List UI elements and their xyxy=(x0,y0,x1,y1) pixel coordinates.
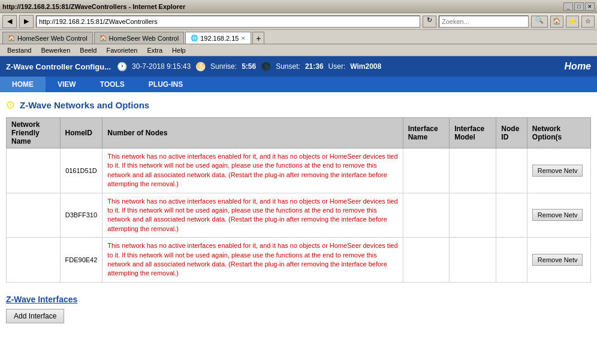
col-node-id: Node ID xyxy=(496,118,527,148)
row2-homeid: D3BFF310 xyxy=(60,193,102,238)
row2-actions: Remove Netv xyxy=(527,193,590,238)
new-tab-button[interactable]: + xyxy=(252,32,264,44)
nav-tools[interactable]: TOOLS xyxy=(88,77,137,92)
row3-interface-model xyxy=(450,238,496,283)
row2-warning: This network has no active interfaces en… xyxy=(102,193,403,238)
col-friendly-name: Network Friendly Name xyxy=(7,118,61,148)
menu-extra[interactable]: Extra xyxy=(142,46,167,54)
networks-section-title: Z-Wave Networks and Options xyxy=(20,100,149,110)
table-row: 0161D51D This network has no active inte… xyxy=(7,148,591,193)
tab3-label: 192.168.2.15 xyxy=(200,35,239,42)
row2-friendly-name xyxy=(7,193,61,238)
refresh-button[interactable]: ↻ xyxy=(423,16,436,28)
table-row: D3BFF310 This network has no active inte… xyxy=(7,193,591,238)
menu-help[interactable]: Help xyxy=(167,46,191,54)
nav-home[interactable]: HOME xyxy=(0,77,46,92)
menu-bar: Bestand Bewerken Beeld Favorieten Extra … xyxy=(0,44,597,56)
search-input[interactable] xyxy=(439,16,529,28)
clock-icon: 🕐 xyxy=(117,62,127,71)
menu-beeld[interactable]: Beeld xyxy=(75,46,101,54)
sunset-time: 21:36 xyxy=(305,62,324,71)
tab-1[interactable]: 🏠 HomeSeer Web Control xyxy=(2,32,93,44)
address-bar[interactable] xyxy=(36,16,420,28)
browser-title-text: http://192.168.2.15:81/ZWaveControllers … xyxy=(2,3,185,10)
app-header: Z-Wave Controller Configu... 🕐 30-7-2018… xyxy=(0,56,597,77)
forward-button[interactable]: ▶ xyxy=(19,15,34,28)
add-favorite-button[interactable]: ☆ xyxy=(581,16,595,28)
row2-node-id xyxy=(496,193,527,238)
sunrise-label: Sunrise: xyxy=(210,62,237,71)
row2-interface-model xyxy=(450,193,496,238)
menu-bestand[interactable]: Bestand xyxy=(2,46,36,54)
row3-node-id xyxy=(496,238,527,283)
app-title: Z-Wave Controller Configu... xyxy=(6,62,111,71)
tab3-favicon: 🌐 xyxy=(191,35,198,41)
nav-plugins[interactable]: PLUG-INS xyxy=(137,77,195,92)
nav-view[interactable]: VIEW xyxy=(46,77,88,92)
sunset-label: Sunset: xyxy=(276,62,300,71)
search-button[interactable]: 🔍 xyxy=(531,16,548,28)
col-interface-name: Interface Name xyxy=(403,118,450,148)
app-logo: Home xyxy=(565,61,591,72)
tab2-favicon: 🏠 xyxy=(100,35,107,41)
interfaces-section-title: Z-Wave Interfaces xyxy=(6,295,591,304)
page-content: ⊙ Z-Wave Networks and Options Network Fr… xyxy=(0,92,597,329)
tab-3[interactable]: 🌐 192.168.2.15 ✕ xyxy=(185,32,251,44)
minimize-button[interactable]: _ xyxy=(563,2,573,11)
tabs-bar: 🏠 HomeSeer Web Control 🏠 HomeSeer Web Co… xyxy=(0,30,597,44)
sunrise-time: 5:56 xyxy=(242,62,256,71)
col-interface-model: Interface Model xyxy=(450,118,496,148)
row1-warning: This network has no active interfaces en… xyxy=(102,148,403,193)
tab1-label: HomeSeer Web Control xyxy=(17,35,88,42)
username: Wim2008 xyxy=(350,62,381,71)
row1-interface-model xyxy=(450,148,496,193)
row3-interface-name xyxy=(403,238,450,283)
menu-bewerken[interactable]: Bewerken xyxy=(36,46,75,54)
tab1-favicon: 🏠 xyxy=(8,35,15,41)
close-button[interactable]: ✕ xyxy=(585,2,595,11)
browser-toolbar: ◀ ▶ ↻ 🔍 🏠 ⭐ ☆ xyxy=(0,13,597,30)
row1-homeid: 0161D51D xyxy=(60,148,102,193)
moon-icon: 🌑 xyxy=(261,62,271,71)
col-network-options: Network Option(s xyxy=(527,118,590,148)
table-row: FDE90E42 This network has no active inte… xyxy=(7,238,591,283)
header-info: 🕐 30-7-2018 9:15:43 🌕 Sunrise: 5:56 🌑 Su… xyxy=(117,62,381,71)
remove-network-1-button[interactable]: Remove Netv xyxy=(532,165,583,177)
row3-warning: This network has no active interfaces en… xyxy=(102,238,403,283)
tab2-label: HomeSeer Web Control xyxy=(109,35,179,42)
remove-network-2-button[interactable]: Remove Netv xyxy=(532,209,583,221)
favorites-button[interactable]: ⭐ xyxy=(566,16,579,28)
networks-section-header: ⊙ Z-Wave Networks and Options xyxy=(6,98,591,111)
maximize-button[interactable]: □ xyxy=(574,2,584,11)
menu-favorieten[interactable]: Favorieten xyxy=(101,46,142,54)
row3-actions: Remove Netv xyxy=(527,238,590,283)
networks-table: Network Friendly Name HomeID Number of N… xyxy=(6,117,591,283)
interfaces-section: Z-Wave Interfaces Add Interface xyxy=(6,295,591,323)
nav-bar: HOME VIEW TOOLS PLUG-INS xyxy=(0,77,597,92)
row3-friendly-name xyxy=(7,238,61,283)
row1-interface-name xyxy=(403,148,450,193)
tab-2[interactable]: 🏠 HomeSeer Web Control xyxy=(94,32,185,44)
row3-homeid: FDE90E42 xyxy=(60,238,102,283)
back-button[interactable]: ◀ xyxy=(2,15,17,28)
remove-network-3-button[interactable]: Remove Netv xyxy=(532,254,583,266)
row2-interface-name xyxy=(403,193,450,238)
sunrise-sun-icon: 🌕 xyxy=(195,62,206,71)
datetime-text: 30-7-2018 9:15:43 xyxy=(132,62,191,71)
row1-node-id xyxy=(496,148,527,193)
row1-friendly-name xyxy=(7,148,61,193)
title-controls: _ □ ✕ xyxy=(563,2,595,11)
row1-actions: Remove Netv xyxy=(527,148,590,193)
add-interface-button[interactable]: Add Interface xyxy=(6,309,64,323)
col-homeid: HomeID xyxy=(60,118,102,148)
col-nodes: Number of Nodes xyxy=(102,118,403,148)
user-label: User: xyxy=(328,62,346,71)
home-button[interactable]: 🏠 xyxy=(550,16,563,28)
networks-section-icon: ⊙ xyxy=(6,98,15,111)
browser-title-bar: http://192.168.2.15:81/ZWaveControllers … xyxy=(0,0,597,13)
tab3-close-icon[interactable]: ✕ xyxy=(241,35,246,41)
